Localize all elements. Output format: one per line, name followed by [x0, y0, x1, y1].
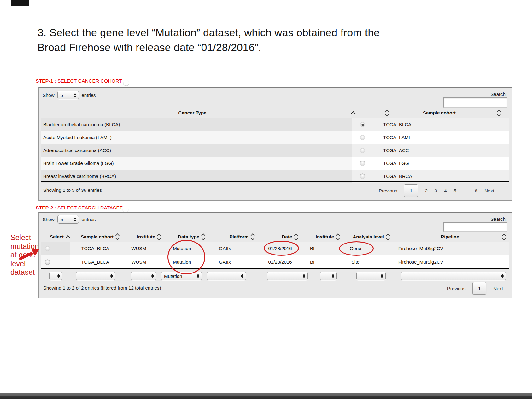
stepper-arrows-icon [303, 274, 305, 278]
cohort-radio[interactable] [360, 161, 365, 166]
stepper-arrows-icon [381, 274, 383, 278]
cancer-type-cell: Bladder urothelial carcinoma (BLCA) [43, 118, 120, 131]
table-row[interactable]: Acute Myeloid Leukemia (LAML) TCGA_LAML [41, 131, 509, 144]
dataset-radio[interactable] [45, 260, 50, 265]
column-header-select[interactable]: Select [50, 232, 71, 242]
column-header-pipeline[interactable]: Pipeline [441, 232, 459, 242]
column-header-institute-2[interactable]: Institute [316, 232, 340, 242]
column-label: Platform [230, 234, 249, 239]
stepper-arrows-icon [110, 274, 113, 278]
filter-platform[interactable] [207, 272, 246, 280]
column-header-sample-cohort[interactable]: Sample cohort [423, 107, 456, 118]
filter-sample-cohort[interactable] [76, 272, 115, 280]
column-header-date[interactable]: Date [282, 232, 299, 242]
step1-heading: STEP-1 : SELECT CANCER COHORTi [36, 78, 129, 86]
column-header-platform[interactable]: Platform [230, 232, 255, 242]
stepper-arrows-icon [74, 217, 76, 222]
filter-analysis-level[interactable] [356, 272, 386, 280]
instruction-line-1: 3. Select the gene level “Mutation” data… [38, 25, 460, 40]
table-row[interactable]: Brain Lower Grade Glioma (LGG) TCGA_LGG [41, 157, 509, 170]
table-row[interactable]: Bladder urothelial carcinoma (BLCA) TCGA… [41, 118, 509, 131]
dataset-radio[interactable] [45, 246, 50, 251]
page-3[interactable]: 3 [435, 188, 437, 193]
sort-both-icon[interactable] [385, 107, 389, 118]
entries-select[interactable]: 5 [57, 215, 79, 224]
filter-pipeline[interactable] [401, 272, 506, 280]
step1-table-header: Cancer Type Sample cohort [41, 107, 509, 119]
column-header-sample-cohort[interactable]: Sample cohort [81, 232, 120, 242]
info-icon[interactable]: i [123, 80, 129, 86]
cohort-radio[interactable] [360, 174, 365, 179]
page-1-current[interactable]: 1 [472, 282, 486, 295]
window-fragment [11, 0, 29, 6]
page-1-current[interactable]: 1 [404, 184, 418, 197]
column-label: Analysis level [353, 234, 384, 239]
institute-cell: WUSM [131, 242, 146, 255]
sort-ascending-icon[interactable] [351, 107, 356, 118]
cancer-type-cell: Acute Myeloid Leukemia (LAML) [43, 131, 112, 144]
filter-institute[interactable] [131, 272, 156, 280]
instruction-line-2: Broad Firehose with release date “01/28/… [38, 40, 460, 55]
column-label: Pipeline [441, 234, 459, 239]
platform-cell: GAIIx [219, 242, 231, 255]
step1-table-body: Bladder urothelial carcinoma (BLCA) TCGA… [41, 118, 509, 183]
pipeline-cell: Firehose_MutSig2CV [398, 242, 443, 255]
cohort-radio[interactable] [360, 135, 365, 140]
entries-select[interactable]: 5 [57, 91, 79, 99]
step2-entries-info: Showing 1 to 2 of 2 entries (filtered fr… [43, 285, 161, 290]
column-label: Sample cohort [423, 110, 456, 115]
page-8[interactable]: 8 [475, 188, 477, 193]
previous-button[interactable]: Previous [447, 286, 465, 291]
sample-cohort-cell: TCGA_LAML [383, 131, 411, 144]
institute-2-cell: BI [310, 242, 314, 255]
sort-both-icon[interactable] [497, 107, 501, 118]
annotation-ellipse-mutation [167, 240, 205, 274]
cohort-radio[interactable] [360, 148, 365, 153]
cohort-radio-selected[interactable] [360, 122, 365, 127]
next-button[interactable]: Next [484, 188, 494, 193]
column-header-institute[interactable]: Institute [137, 232, 161, 242]
table-row[interactable]: TCGA_BLCA WUSM Mutation GAIIx 01/28/2016… [41, 255, 509, 269]
sort-both-icon [251, 233, 255, 241]
table-row[interactable]: Breast invasive carcinoma (BRCA) TCGA_BR… [41, 170, 509, 183]
page: 3. Select the gene level “Mutation” data… [0, 0, 532, 399]
sort-both-icon [116, 233, 120, 241]
entries-label: entries [82, 217, 96, 222]
sort-both-icon [202, 233, 206, 241]
next-button[interactable]: Next [493, 286, 503, 291]
sample-cohort-cell: TCGA_ACC [383, 144, 409, 157]
cancer-type-cell: Breast invasive carcinoma (BRCA) [43, 170, 116, 183]
filter-institute-2[interactable] [320, 272, 337, 280]
filter-date[interactable] [267, 272, 308, 280]
page-4[interactable]: 4 [444, 188, 447, 193]
show-label: Show [43, 217, 55, 222]
sample-cohort-cell: TCGA_LGG [383, 157, 409, 170]
annotation-arrow-icon [17, 247, 42, 261]
stepper-arrows-icon [501, 274, 504, 278]
taskbar [0, 393, 532, 399]
step2-heading: STEP-2 : SELECT SEARCH DATASETi [36, 205, 128, 213]
table-bottom-rule [41, 181, 509, 182]
column-header-analysis-level[interactable]: Analysis level [353, 232, 390, 242]
filter-select[interactable] [49, 272, 62, 280]
step1-length-menu: Show 5 entries [43, 91, 96, 99]
stepper-arrows-icon [151, 274, 154, 278]
annotation-ellipse-date [264, 241, 299, 256]
column-label: Institute [316, 234, 334, 239]
sort-both-icon [157, 233, 161, 241]
step2-search-input[interactable] [443, 222, 507, 232]
pagination-ellipsis: … [463, 188, 468, 193]
step1-panel: Show 5 entries Search: Cancer Type Sampl… [38, 87, 512, 201]
sort-both-icon[interactable] [502, 232, 506, 242]
page-2[interactable]: 2 [425, 188, 427, 193]
annotation-line: dataset [10, 268, 39, 277]
column-label: Institute [137, 234, 155, 239]
step1-search-input[interactable] [443, 97, 507, 108]
table-row[interactable]: Adrenocortical carcinoma (ACC) TCGA_ACC [41, 144, 509, 157]
previous-button[interactable]: Previous [379, 188, 397, 193]
show-label: Show [43, 92, 55, 98]
page-5[interactable]: 5 [453, 188, 456, 193]
analysis-level-cell: Site [351, 255, 360, 269]
column-header-cancer-type[interactable]: Cancer Type [178, 107, 207, 118]
column-label: Sample cohort [81, 234, 114, 239]
